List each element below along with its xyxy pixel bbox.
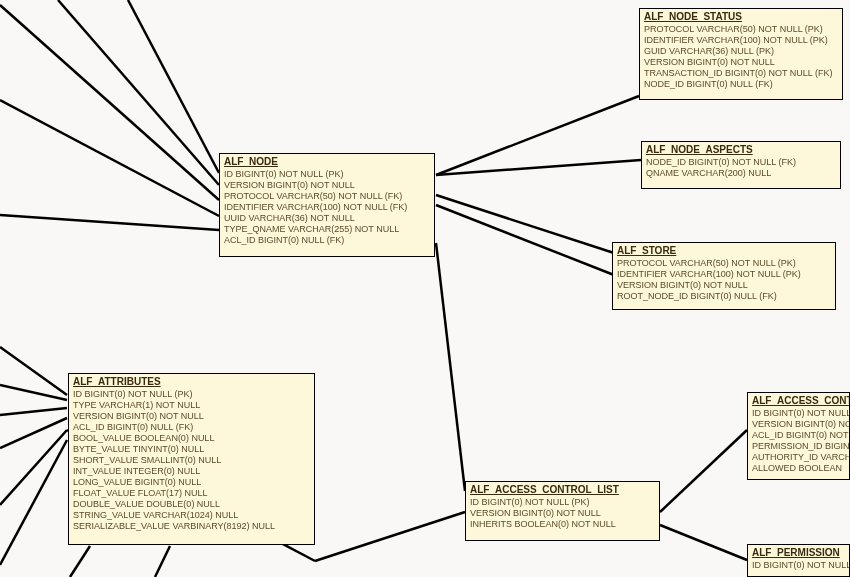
relationship-edge [436,195,614,253]
column-def: LONG_VALUE BIGINT(0) NULL [73,477,310,488]
table-title: ALF_NODE [224,156,430,167]
column-def: INHERITS BOOLEAN(0) NOT NULL [470,519,655,530]
column-def: SERIALIZABLE_VALUE VARBINARY(8192) NULL [73,521,310,532]
relationship-edge [70,546,90,577]
er-diagram-canvas: ALF_NODEID BIGINT(0) NOT NULL (PK)VERSIO… [0,0,850,577]
column-def: PROTOCOL VARCHAR(50) NOT NULL (FK) [224,191,430,202]
column-def: QNAME VARCHAR(200) NULL [646,168,836,179]
relationship-edge [0,385,67,400]
relationship-edge [0,347,67,395]
column-def: BOOL_VALUE BOOLEAN(0) NULL [73,433,310,444]
column-def: STRING_VALUE VARCHAR(1024) NULL [73,510,310,521]
column-def: NODE_ID BIGINT(0) NOT NULL (FK) [646,157,836,168]
relationship-edge [436,243,465,491]
column-def: UUID VARCHAR(36) NOT NULL [224,213,430,224]
column-def: DOUBLE_VALUE DOUBLE(0) NULL [73,499,310,510]
table-title: ALF_NODE_STATUS [644,11,838,22]
column-def: ID BIGINT(0) NOT NULL (PK) [73,389,310,400]
column-def: NODE_ID BIGINT(0) NULL (FK) [644,79,838,90]
relationship-edge [0,100,219,216]
table-alf-node-status[interactable]: ALF_NODE_STATUSPROTOCOL VARCHAR(50) NOT … [639,8,843,100]
relationship-edge [436,205,614,275]
column-def: ACL_ID BIGINT(0) NULL (FK) [224,235,430,246]
column-def: VERSION BIGINT(0) NOT NULL [470,508,655,519]
table-title: ALF_NODE_ASPECTS [646,144,836,155]
relationship-edge [58,0,219,185]
relationship-edge [660,525,747,560]
table-alf-store[interactable]: ALF_STOREPROTOCOL VARCHAR(50) NOT NULL (… [612,242,836,310]
column-def: PROTOCOL VARCHAR(50) NOT NULL (PK) [617,258,831,269]
column-def: SHORT_VALUE SMALLINT(0) NULL [73,455,310,466]
table-alf-access-control-entry[interactable]: ALF_ACCESS_CONTROL_ENTRYID BIGINT(0) NOT… [747,392,850,480]
table-title: ALF_ATTRIBUTES [73,376,310,387]
column-def: BYTE_VALUE TINYINT(0) NULL [73,444,310,455]
column-def: VERSION BIGINT(0) NOT NULL [224,180,430,191]
column-def: IDENTIFIER VARCHAR(100) NOT NULL (PK) [644,35,838,46]
column-def: PROTOCOL VARCHAR(50) NOT NULL (PK) [644,24,838,35]
column-def: GUID VARCHAR(36) NULL (PK) [644,46,838,57]
column-def: ID BIGINT(0) NOT NULL (PK) [470,497,655,508]
relationship-edge [436,160,641,175]
table-title: ALF_PERMISSION [752,547,845,558]
relationship-edge [155,546,170,577]
table-title: ALF_ACCESS_CONTROL_LIST [470,484,655,495]
column-def: ID BIGINT(0) NOT NULL [752,560,845,571]
column-def: VERSION BIGINT(0) NOT NULL [752,419,845,430]
column-def: VERSION BIGINT(0) NOT NULL [73,411,310,422]
column-def: ID BIGINT(0) NOT NULL (PK) [224,169,430,180]
column-def: VERSION BIGINT(0) NOT NULL [617,280,831,291]
table-alf-node[interactable]: ALF_NODEID BIGINT(0) NOT NULL (PK)VERSIO… [219,153,435,257]
column-def: IDENTIFIER VARCHAR(100) NOT NULL (PK) [617,269,831,280]
column-def: ACL_ID BIGINT(0) NULL (FK) [73,422,310,433]
table-alf-permission[interactable]: ALF_PERMISSIONID BIGINT(0) NOT NULL [747,544,850,577]
column-def: ALLOWED BOOLEAN [752,463,845,474]
relationship-edge [0,440,67,565]
relationship-edge [0,408,67,415]
column-def: FLOAT_VALUE FLOAT(17) NULL [73,488,310,499]
table-alf-attributes[interactable]: ALF_ATTRIBUTESID BIGINT(0) NOT NULL (PK)… [68,373,315,545]
column-def: ID BIGINT(0) NOT NULL [752,408,845,419]
column-def: PERMISSION_ID BIGINT [752,441,845,452]
relationship-edge [0,5,219,200]
relationship-edge [315,512,465,561]
table-alf-node-aspects[interactable]: ALF_NODE_ASPECTSNODE_ID BIGINT(0) NOT NU… [641,141,841,189]
relationship-edge [0,430,67,505]
relationship-edge [0,418,67,448]
column-def: AUTHORITY_ID VARCHAR [752,452,845,463]
column-def: ROOT_NODE_ID BIGINT(0) NULL (FK) [617,291,831,302]
column-def: INT_VALUE INTEGER(0) NULL [73,466,310,477]
column-def: VERSION BIGINT(0) NOT NULL [644,57,838,68]
column-def: TYPE VARCHAR(1) NOT NULL [73,400,310,411]
column-def: ACL_ID BIGINT(0) NOT NULL [752,430,845,441]
table-title: ALF_ACCESS_CONTROL_ENTRY [752,395,845,406]
column-def: TRANSACTION_ID BIGINT(0) NOT NULL (FK) [644,68,838,79]
table-title: ALF_STORE [617,245,831,256]
column-def: IDENTIFIER VARCHAR(100) NOT NULL (FK) [224,202,430,213]
relationship-edge [436,96,639,175]
column-def: TYPE_QNAME VARCHAR(255) NOT NULL [224,224,430,235]
table-alf-access-control-list[interactable]: ALF_ACCESS_CONTROL_LISTID BIGINT(0) NOT … [465,481,660,541]
relationship-edge [0,215,219,230]
relationship-edge [128,0,219,173]
relationship-edge [660,430,747,512]
